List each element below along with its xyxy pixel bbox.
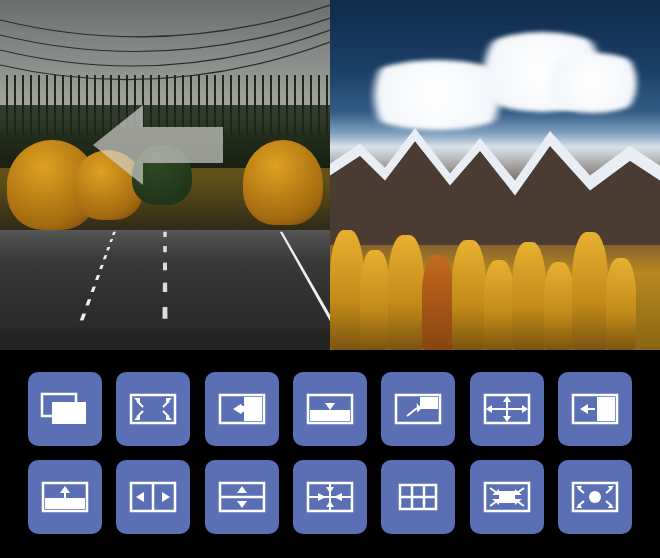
svg-marker-30: [503, 396, 511, 402]
svg-marker-55: [318, 493, 326, 501]
transition-collapse-center[interactable]: [293, 460, 367, 534]
transition-overlap-wipe[interactable]: [28, 372, 102, 446]
transition-preview: [0, 0, 660, 350]
preview-pane-right: [330, 0, 660, 350]
svg-marker-33: [522, 405, 528, 413]
grid-icon: [393, 480, 443, 514]
svg-marker-2: [93, 105, 223, 185]
svg-line-25: [407, 408, 417, 416]
svg-marker-49: [237, 501, 247, 508]
svg-marker-56: [334, 493, 342, 501]
corner-reveal-icon: [393, 392, 443, 426]
transition-expand-out[interactable]: [116, 372, 190, 446]
transition-shrink-in[interactable]: [470, 460, 544, 534]
svg-rect-4: [52, 402, 86, 424]
transition-row-1: [28, 372, 632, 446]
svg-line-74: [578, 488, 584, 493]
transition-push-left[interactable]: [558, 372, 632, 446]
expand-center-icon: [482, 392, 532, 426]
push-up-icon: [40, 480, 90, 514]
transition-grid[interactable]: [381, 460, 455, 534]
shrink-in-icon: [482, 480, 532, 514]
svg-rect-39: [45, 498, 85, 509]
svg-line-76: [606, 488, 612, 493]
svg-marker-22: [325, 403, 335, 410]
svg-rect-24: [420, 397, 438, 409]
svg-marker-53: [326, 487, 334, 493]
collapse-center-icon: [305, 480, 355, 514]
split-vertical-icon: [217, 480, 267, 514]
split-horizontal-icon: [128, 480, 178, 514]
transition-push-right[interactable]: [205, 372, 279, 446]
transition-iris[interactable]: [558, 460, 632, 534]
svg-marker-31: [503, 416, 511, 422]
svg-marker-48: [237, 486, 247, 493]
overlap-wipe-icon: [40, 392, 90, 426]
svg-line-78: [578, 501, 584, 506]
svg-marker-36: [580, 404, 588, 414]
expand-out-icon: [128, 392, 178, 426]
transition-push-down[interactable]: [293, 372, 367, 446]
iris-icon: [570, 480, 620, 514]
svg-point-72: [589, 491, 601, 503]
push-down-icon: [305, 392, 355, 426]
push-left-icon: [570, 392, 620, 426]
transition-expand-center[interactable]: [470, 372, 544, 446]
transition-toolbar: [0, 360, 660, 558]
transition-split-vertical[interactable]: [205, 460, 279, 534]
svg-marker-32: [486, 405, 492, 413]
svg-marker-45: [162, 492, 170, 502]
svg-line-80: [606, 501, 612, 506]
svg-marker-54: [326, 501, 334, 507]
svg-rect-21: [310, 410, 350, 421]
transition-push-up[interactable]: [28, 460, 102, 534]
transition-corner-reveal[interactable]: [381, 372, 455, 446]
transition-row-2: [28, 460, 632, 534]
direction-left-arrow-icon: [93, 105, 223, 189]
transition-split-horizontal[interactable]: [116, 460, 190, 534]
svg-rect-62: [499, 491, 515, 503]
svg-marker-44: [136, 492, 144, 502]
push-right-icon: [217, 392, 267, 426]
svg-marker-40: [60, 486, 70, 493]
svg-rect-35: [597, 397, 615, 421]
